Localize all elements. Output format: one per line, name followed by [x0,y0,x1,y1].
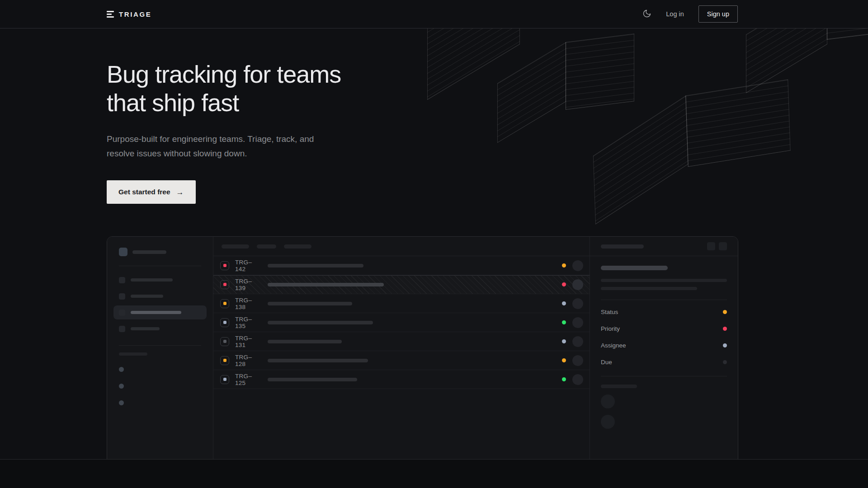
issue-type-dot [223,321,226,324]
issue-type-dot [223,283,226,286]
divider [601,376,727,376]
wireframe-slab [746,28,868,44]
breadcrumb-skeleton [601,244,644,249]
issue-title-skeleton [268,378,357,381]
signup-button[interactable]: Sign up [698,5,738,23]
issue-id: TRG–139 [235,278,261,291]
comments-label-skeleton [601,385,637,388]
issue-id: TRG–138 [235,297,261,310]
issue-type-dot [223,359,226,362]
workspace-name-skeleton [132,250,166,254]
arrow-right-icon: → [176,188,184,196]
hero-section: Bug tracking for teamsthat ship fast Pur… [0,28,868,459]
detail-field-label: Assignee [601,342,626,349]
issue-row: TRG–135 [213,313,590,332]
sidebar-section-label-skeleton [119,352,147,356]
issue-type-checkbox [220,299,229,308]
issue-list-toolbar-skeleton [213,237,590,256]
issue-detail-panel: StatusPriorityAssigneeDue [590,237,738,459]
hero-subtitle: Purpose-built for engineering teams. Tri… [107,132,323,160]
assignee-avatar-skeleton [572,298,583,309]
issue-type-dot [223,340,226,343]
brand-logo[interactable]: TRIAGE [107,10,151,18]
nav-actions: Log in Sign up [642,5,738,23]
theme-toggle-button[interactable] [642,9,651,19]
detail-field-value-dot [723,360,727,364]
issue-type-checkbox [220,318,229,327]
detail-field-row: Status [601,304,727,320]
panel-action-skeleton [707,242,715,250]
assignee-avatar-skeleton [572,317,583,328]
issue-title-skeleton [268,321,373,324]
sidebar-item-icon-skeleton [119,293,125,300]
sidebar-item-skeleton [113,289,207,303]
preview-sidebar [107,237,213,459]
issue-type-checkbox [220,375,229,384]
issue-type-dot [223,264,226,267]
login-button[interactable]: Log in [666,10,684,18]
issue-id: TRG–125 [235,373,261,386]
issue-title-skeleton [268,264,363,267]
hero-title: Bug tracking for teamsthat ship fast [107,60,738,117]
assignee-avatar-skeleton [572,336,583,347]
sidebar-item-label-skeleton [131,278,173,282]
issue-title-skeleton [268,340,342,343]
detail-panel-header [590,237,738,256]
description-line-skeleton [601,279,727,282]
detail-field-label: Status [601,309,618,315]
next-section-band [0,459,868,488]
issue-status-dot [562,320,566,324]
issue-row: TRG–142 [213,256,590,275]
sidebar-dots [119,367,201,405]
issue-rows: TRG–142TRG–139TRG–138TRG–135TRG–131TRG–1… [213,256,590,389]
issue-title-skeleton [268,283,384,286]
detail-field-label: Due [601,359,612,366]
panel-action-skeleton [719,242,727,250]
issue-list: TRG–142TRG–139TRG–138TRG–135TRG–131TRG–1… [213,237,590,459]
assignee-avatar-skeleton [572,374,583,385]
triage-bars-icon [107,11,114,18]
issue-row: TRG–125 [213,370,590,389]
issue-row: TRG–138 [213,294,590,313]
detail-fields: StatusPriorityAssigneeDue [601,304,727,371]
detail-field-row: Priority [601,320,727,337]
brand-name: TRIAGE [119,10,151,18]
issue-type-dot [223,302,226,305]
issue-type-checkbox [220,337,229,346]
detail-field-label: Priority [601,325,620,332]
description-line-skeleton [601,287,697,290]
issue-status-dot [562,301,566,305]
filter-pill-skeleton [284,244,311,249]
divider [601,300,727,300]
issue-status-dot [562,282,566,286]
sidebar-item-label-skeleton [131,327,160,330]
get-started-button[interactable]: Get started free → [107,180,196,204]
issue-row: TRG–131 [213,332,590,351]
issue-type-checkbox [220,356,229,365]
sidebar-dot-skeleton [119,384,124,389]
sidebar-nav-skeleton [119,273,201,336]
detail-field-row: Assignee [601,337,727,354]
assignee-avatar-skeleton [572,279,583,290]
issue-id: TRG–131 [235,335,261,348]
sidebar-item-skeleton [113,273,207,287]
detail-field-value-dot [723,327,727,331]
top-nav: TRIAGE Log in Sign up [0,0,868,28]
sidebar-dot-skeleton [119,400,124,405]
sidebar-item-icon-skeleton [119,326,125,332]
comment-avatar-skeleton [601,415,615,429]
issue-type-dot [223,378,226,381]
issue-type-checkbox [220,261,229,270]
issue-row: TRG–139 [213,275,590,294]
issue-id: TRG–135 [235,316,261,329]
issue-title-skeleton [268,302,352,305]
sidebar-item-icon-skeleton [119,277,125,283]
app-preview-window: TRG–142TRG–139TRG–138TRG–135TRG–131TRG–1… [107,236,738,459]
workspace-switcher-skeleton [119,248,201,256]
sidebar-item-label-skeleton [131,311,181,314]
issue-id: TRG–128 [235,354,261,367]
detail-field-value-dot [723,310,727,314]
moon-icon [642,9,651,19]
sidebar-item-label-skeleton [131,295,163,298]
workspace-avatar-skeleton [119,248,127,256]
